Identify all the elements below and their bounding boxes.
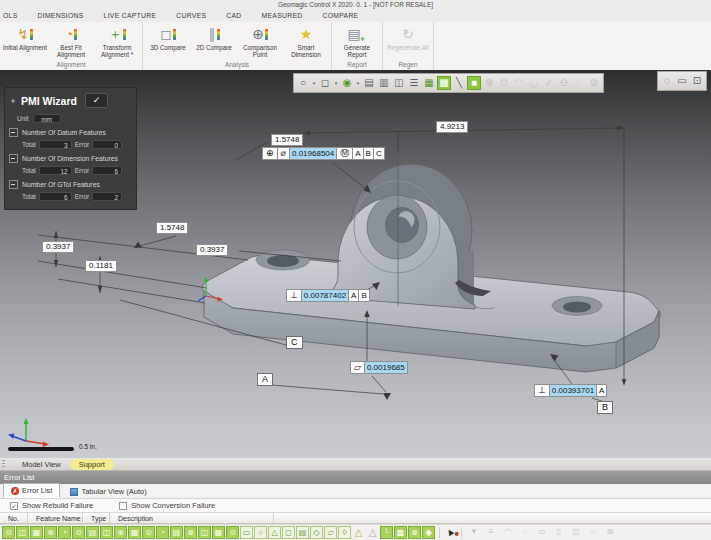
toolbar-icon[interactable]: ▥ <box>377 76 391 90</box>
feature-icon[interactable]: ◊ <box>338 526 351 539</box>
column-header-type[interactable]: Type <box>83 513 110 523</box>
feature-icon[interactable]: ▦ <box>212 526 225 539</box>
view-tab-model-view[interactable]: Model View <box>13 459 70 470</box>
feature-icon[interactable]: ◆ <box>422 526 435 539</box>
toolbar-icon[interactable]: ◫ <box>392 76 406 90</box>
toolbar-icon[interactable]: ╲ <box>452 76 466 90</box>
error-field[interactable]: 6 <box>92 166 122 175</box>
3d-compare-button[interactable]: ◻3D Compare <box>145 23 191 59</box>
dimension-label[interactable]: 4.9213 <box>436 121 468 133</box>
gdt-feature-control-frame[interactable]: ⊥0.00787402AB <box>287 289 370 302</box>
2d-compare-button[interactable]: ∥2D Compare <box>191 23 237 59</box>
feature-icon[interactable]: ⊞ <box>602 526 618 539</box>
collapse-icon[interactable] <box>9 180 18 189</box>
toolbar-icon[interactable]: ◉ <box>340 76 354 90</box>
feature-icon[interactable]: ◔ <box>58 526 71 539</box>
initial-alignment-button[interactable]: ↯Initial Alignment <box>2 23 48 59</box>
toolbar-icon[interactable]: ☰ <box>407 76 421 90</box>
ribbon-tab-dimensions[interactable]: DIMENSIONS <box>28 10 94 22</box>
feature-icon[interactable]: ⊕ <box>44 526 57 539</box>
pmi-confirm-button[interactable]: ✓ <box>85 93 108 108</box>
feature-icon[interactable]: ⊕ <box>408 526 421 539</box>
gdt-feature-control-frame[interactable]: ⊥0.00393701A <box>535 384 607 397</box>
feature-icon[interactable]: ⊕ <box>114 526 127 539</box>
column-header-description[interactable]: Description <box>110 513 274 523</box>
feature-icon[interactable]: ▱ <box>324 526 337 539</box>
toolbar-icon[interactable]: ◻ <box>318 76 332 90</box>
feature-icon[interactable]: ⊙ <box>226 526 239 539</box>
total-field[interactable]: 12 <box>39 166 72 175</box>
toolbar-icon[interactable]: ▩ <box>437 76 451 90</box>
feature-icon[interactable]: ▭ <box>240 526 253 539</box>
generate-report-button[interactable]: ▤＋Generate Report <box>334 23 380 59</box>
feature-icon[interactable]: ◫ <box>16 526 29 539</box>
feature-icon[interactable]: └ <box>380 526 393 539</box>
feature-icon[interactable]: ▩ <box>394 526 407 539</box>
feature-icon[interactable]: ⊙ <box>2 526 15 539</box>
feature-icon[interactable]: ▤ <box>296 526 309 539</box>
datum-label-b[interactable]: B <box>597 401 613 414</box>
gdt-feature-control-frame[interactable]: ⊕⌀0.01968504ⓂABC <box>263 147 385 160</box>
ribbon-tab-compare[interactable]: COMPARE <box>312 10 368 22</box>
feature-icon[interactable]: ▦ <box>30 526 43 539</box>
checkbox[interactable] <box>119 502 127 510</box>
select-cursor-icon[interactable]: ▲ <box>442 524 460 540</box>
tab-error-list[interactable]: ✗Error List <box>3 483 60 498</box>
feature-icon[interactable]: △ <box>366 526 379 539</box>
ribbon-tab-curves[interactable]: CURVES <box>166 10 216 22</box>
feature-icon[interactable]: ○ <box>585 526 601 539</box>
feature-icon[interactable]: ⊙ <box>72 526 85 539</box>
gdt-feature-control-frame[interactable]: ▱0.0019685 <box>351 361 408 374</box>
panel-move-icon[interactable]: ＋ <box>9 95 17 106</box>
dimension-label[interactable]: 0.1181 <box>85 260 117 272</box>
view-tab-support[interactable]: Support <box>70 459 114 470</box>
comparison-point-button[interactable]: ⊕Comparison Point <box>237 23 283 59</box>
viewport-3d[interactable]: ○▾◻▾◉▾▤▥◫☰▦▩╲■⊕⊙◠◡✓⊖◌⊘ ◌▭⊡ ＋ PMI Wizard … <box>0 70 711 458</box>
grip-icon[interactable] <box>2 460 5 469</box>
total-field[interactable]: 3 <box>39 140 72 149</box>
unit-field[interactable]: mm <box>33 114 61 123</box>
column-header-featurename[interactable]: Feature Name <box>28 513 83 523</box>
dimension-label[interactable]: 0.3937 <box>42 241 74 253</box>
feature-icon[interactable]: ▭ <box>534 526 550 539</box>
ribbon-tab-measured[interactable]: MEASURED <box>252 10 313 22</box>
feature-icon[interactable]: △ <box>352 526 365 539</box>
feature-icon[interactable]: ▼ <box>466 526 482 539</box>
toolbar-icon[interactable]: ■ <box>467 76 481 90</box>
error-field[interactable]: 0 <box>92 140 122 149</box>
best-fit-alignment-button[interactable]: ◔Best Fit Alignment <box>48 23 94 59</box>
feature-icon[interactable]: ▤ <box>86 526 99 539</box>
toolbar-icon[interactable]: ○ <box>296 76 310 90</box>
feature-icon[interactable]: ◫ <box>198 526 211 539</box>
feature-icon[interactable]: ◠ <box>500 526 516 539</box>
ribbon-tab-ols[interactable]: OLS <box>0 10 28 22</box>
feature-icon[interactable]: ◫ <box>568 526 584 539</box>
datum-label-a[interactable]: A <box>257 373 273 386</box>
datum-label-c[interactable]: C <box>286 336 303 349</box>
feature-icon[interactable]: ◫ <box>100 526 113 539</box>
toolbar-icon[interactable]: ▾ <box>355 76 361 90</box>
smart-dimension-button[interactable]: ★Smart Dimension <box>283 23 329 59</box>
feature-icon[interactable]: ⊙ <box>142 526 155 539</box>
ribbon-tab-live-capture[interactable]: LIVE CAPTURE <box>94 10 167 22</box>
error-field[interactable]: 2 <box>92 192 122 201</box>
toolbar-icon[interactable]: ▾ <box>311 76 317 90</box>
column-header-no[interactable]: No. <box>0 513 28 523</box>
feature-icon[interactable]: ◔ <box>156 526 169 539</box>
feature-icon[interactable]: ⊕ <box>184 526 197 539</box>
feature-icon[interactable]: ◇ <box>310 526 323 539</box>
feature-icon[interactable]: △ <box>268 526 281 539</box>
tab-tabular-view-auto-[interactable]: Tabular View (Auto) <box>63 485 153 498</box>
feature-icon[interactable]: ≡ <box>483 526 499 539</box>
ribbon-tab-cad[interactable]: CAD <box>216 10 251 22</box>
toolbar-icon[interactable]: ▭ <box>675 74 689 88</box>
feature-icon[interactable]: ◻ <box>282 526 295 539</box>
collapse-icon[interactable] <box>9 154 18 163</box>
checkbox[interactable]: ✓ <box>10 502 18 510</box>
feature-icon[interactable]: ▤ <box>170 526 183 539</box>
toolbar-icon[interactable]: ▾ <box>333 76 339 90</box>
transform-alignment-button[interactable]: ＋Transform Alignment * <box>94 23 140 59</box>
feature-icon[interactable]: ◌ <box>517 526 533 539</box>
total-field[interactable]: 6 <box>39 192 72 201</box>
dimension-label[interactable]: 0.3937 <box>196 244 228 256</box>
